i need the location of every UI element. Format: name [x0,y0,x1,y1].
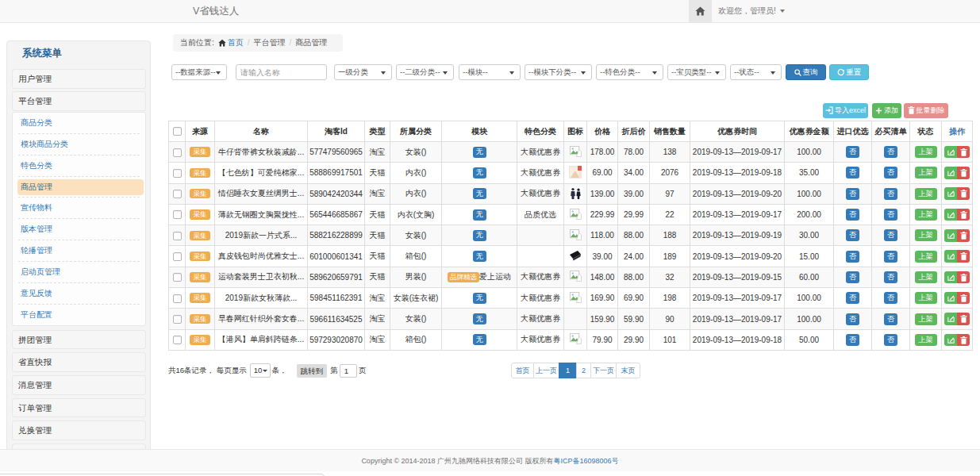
edit-button[interactable] [944,187,957,200]
page-button-2[interactable]: 2 [576,363,591,378]
status-badge[interactable]: 上架 [915,334,937,346]
row-checkbox[interactable] [173,294,182,303]
delete-button[interactable] [957,146,970,159]
sidebar-item-特色分类[interactable]: 特色分类 [13,155,145,177]
page-button-末页[interactable]: 末页 [616,363,640,378]
must-buy-badge[interactable]: 否 [884,167,897,178]
imported-badge[interactable]: 否 [846,334,859,346]
status-badge[interactable]: 上架 [915,229,937,241]
sidebar-item-商品分类[interactable]: 商品分类 [13,113,145,134]
status-badge[interactable]: 上架 [915,209,937,221]
imported-badge[interactable]: 否 [846,271,859,283]
sidebar-item-意见反馈[interactable]: 意见反馈 [13,283,145,305]
imported-badge[interactable]: 否 [846,229,859,241]
sidebar-section-订单管理[interactable]: 订单管理 [12,398,146,418]
filter-select-module-sub-category[interactable]: --模块下分类-- [525,64,592,80]
sidebar-section-兑换管理[interactable]: 兑换管理 [12,420,146,440]
sidebar-item-模块商品分类[interactable]: 模块商品分类 [13,134,145,155]
imported-badge[interactable]: 否 [846,209,859,221]
row-checkbox[interactable] [173,232,182,240]
sidebar-item-平台配置[interactable]: 平台配置 [13,305,145,326]
edit-button[interactable] [944,334,957,347]
jump-button[interactable]: 跳转到 [297,364,328,378]
page-button-1[interactable]: 1 [559,363,577,378]
status-badge[interactable]: 上架 [915,313,937,325]
row-checkbox[interactable] [173,273,182,282]
imported-badge[interactable]: 否 [846,188,859,200]
edit-button[interactable] [944,209,957,221]
status-badge[interactable]: 上架 [915,188,937,200]
imported-badge[interactable]: 否 [846,167,859,178]
must-buy-badge[interactable]: 否 [884,209,897,221]
imported-badge[interactable]: 否 [846,292,859,304]
delete-button[interactable] [957,167,970,179]
must-buy-badge[interactable]: 否 [884,146,897,158]
page-button-下一页[interactable]: 下一页 [590,363,617,378]
topbar-home-button[interactable] [689,0,712,22]
sidebar-item-版本管理[interactable]: 版本管理 [13,219,145,240]
edit-button[interactable] [944,250,957,263]
sidebar-item-轮播管理[interactable]: 轮播管理 [13,240,145,262]
sidebar-section-省直快报[interactable]: 省直快报 [12,352,146,372]
user-menu[interactable]: 欢迎您，管理员! [718,0,785,22]
delete-button[interactable] [957,187,970,200]
row-checkbox[interactable] [173,252,182,261]
imported-badge[interactable]: 否 [846,313,859,325]
sidebar-item-启动页管理[interactable]: 启动页管理 [13,262,145,283]
sidebar-section-拼团管理[interactable]: 拼团管理 [12,330,146,350]
edit-button[interactable] [944,167,957,179]
must-buy-badge[interactable]: 否 [884,334,897,346]
must-buy-badge[interactable]: 否 [884,188,897,200]
filter-select-level1-category[interactable]: 一级分类 [334,64,392,80]
edit-button[interactable] [944,229,957,242]
must-buy-badge[interactable]: 否 [884,292,897,304]
status-badge[interactable]: 上架 [915,146,937,158]
filter-select-item-type[interactable]: --宝贝类型-- [667,64,726,80]
status-badge[interactable]: 上架 [915,167,937,178]
filter-select-module[interactable]: --模块-- [459,64,521,80]
query-button[interactable]: 查询 [786,64,826,80]
name-search-input[interactable] [236,64,327,80]
status-badge[interactable]: 上架 [915,292,937,304]
delete-button[interactable] [957,313,970,325]
delete-button[interactable] [957,209,970,221]
must-buy-badge[interactable]: 否 [884,313,897,325]
delete-button[interactable] [957,229,970,242]
filter-select-data-source[interactable]: --数据来源-- [171,64,227,80]
reset-button[interactable]: 重置 [829,64,869,80]
must-buy-badge[interactable]: 否 [884,229,897,241]
jump-page-input[interactable] [340,364,357,378]
icp-link[interactable]: 粤ICP备16098006号 [554,457,619,465]
status-badge[interactable]: 上架 [915,251,937,263]
row-checkbox[interactable] [173,210,182,219]
page-button-上一页[interactable]: 上一页 [533,363,559,378]
select-all-checkbox[interactable] [173,127,182,136]
sidebar-section-平台管理[interactable]: 平台管理 [12,91,146,111]
edit-button[interactable] [944,292,957,305]
add-button[interactable]: 添加 [872,103,901,118]
filter-select-feature-category[interactable]: --特色分类-- [596,64,663,80]
filter-select-status[interactable]: --状态-- [730,64,782,80]
page-button-首页[interactable]: 首页 [511,363,534,378]
must-buy-badge[interactable]: 否 [884,271,897,283]
delete-button[interactable] [957,250,970,263]
delete-button[interactable] [957,292,970,305]
must-buy-badge[interactable]: 否 [884,251,897,263]
row-checkbox[interactable] [173,315,182,324]
row-checkbox[interactable] [173,148,182,157]
imported-badge[interactable]: 否 [846,146,859,158]
status-badge[interactable]: 上架 [915,271,937,283]
sidebar-item-商品管理[interactable]: 商品管理 [13,177,145,198]
batch-delete-button[interactable]: 批量删除 [904,103,948,118]
row-checkbox[interactable] [173,169,182,178]
delete-button[interactable] [957,271,970,284]
edit-button[interactable] [944,146,957,159]
page-size-select[interactable]: 10 [250,363,271,378]
sidebar-section-消息管理[interactable]: 消息管理 [12,375,146,395]
import-excel-button[interactable]: 导入excel [823,103,868,118]
imported-badge[interactable]: 否 [846,251,859,263]
edit-button[interactable] [944,313,957,325]
delete-button[interactable] [957,334,970,347]
filter-select-level2-category[interactable]: --二级分类-- [396,64,454,80]
breadcrumb-home-link[interactable]: 首页 [228,38,244,47]
